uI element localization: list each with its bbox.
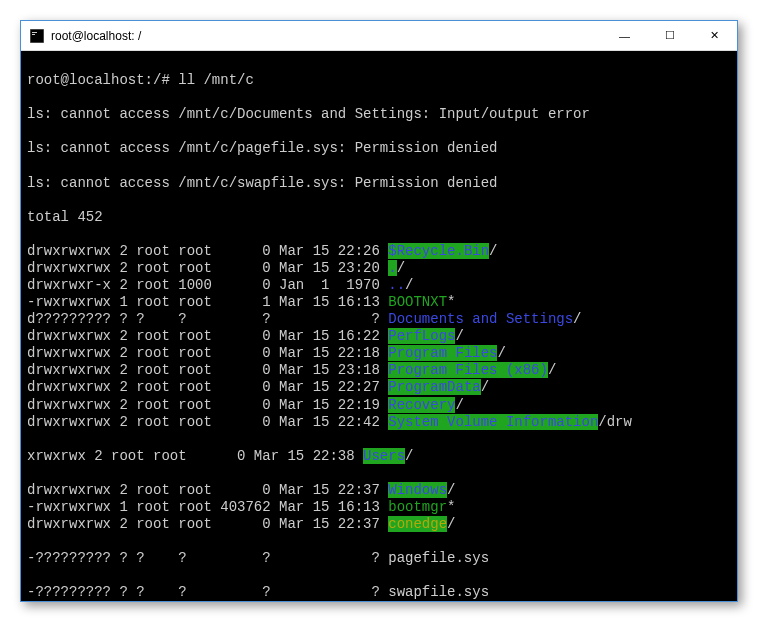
perms: drwxrwxr-x 2 root 1000 0 Jan 1 1970: [27, 277, 388, 293]
terminal-icon: [29, 28, 45, 44]
listing-row: -????????? ? ? ? ? ? pagefile.sys: [27, 550, 731, 567]
listing-row: drwxrwxrwx 2 root root 0 Mar 15 23:20 ./: [27, 260, 731, 277]
filename: System Volume Information: [388, 414, 598, 430]
perms: drwxrwxrwx 2 root root 0 Mar 15 23:18: [27, 362, 388, 378]
suffix: *: [447, 499, 455, 515]
filename: Program Files (x86): [388, 362, 548, 378]
suffix: /: [397, 260, 405, 276]
suffix: /: [481, 379, 489, 395]
error-line: ls: cannot access /mnt/c/Documents and S…: [27, 106, 731, 123]
perms: drwxrwxrwx 2 root root 0 Mar 15 22:37: [27, 516, 388, 532]
perms: drwxrwxrwx 2 root root 0 Mar 15 16:22: [27, 328, 388, 344]
command: ll /mnt/c: [178, 72, 254, 88]
filename: Program Files: [388, 345, 497, 361]
perms: drwxrwxrwx 2 root root 0 Mar 15 22:18: [27, 345, 388, 361]
error-line: ls: cannot access /mnt/c/pagefile.sys: P…: [27, 140, 731, 157]
perms: xrwxrwx 2 root root 0 Mar 15 22:38: [27, 448, 363, 464]
listing-row: drwxrwxrwx 2 root root 0 Mar 15 22:19 Re…: [27, 397, 731, 414]
svg-rect-1: [32, 32, 37, 33]
perms: drwxrwxrwx 2 root root 0 Mar 15 22:42: [27, 414, 388, 430]
wrap-tail: drw: [607, 414, 632, 430]
listing-row: drwxrwxrwx 2 root root 0 Mar 15 23:18 Pr…: [27, 362, 731, 379]
filename: conedge: [388, 516, 447, 532]
filename: ..: [388, 277, 405, 293]
titlebar[interactable]: root@localhost: / — ☐ ✕: [21, 21, 737, 51]
perms: drwxrwxrwx 2 root root 0 Mar 15 22:27: [27, 379, 388, 395]
prompt-line: root@localhost:/# ll /mnt/c: [27, 72, 731, 89]
suffix: /: [489, 243, 497, 259]
listing-row: d????????? ? ? ? ? ? Documents and Setti…: [27, 311, 731, 328]
listing-row: drwxrwxrwx 2 root root 0 Mar 15 22:37 co…: [27, 516, 731, 533]
svg-rect-0: [30, 29, 44, 43]
perms: d????????? ? ? ? ? ?: [27, 311, 388, 327]
filename: Windows: [388, 482, 447, 498]
filename: BOOTNXT: [388, 294, 447, 310]
window-title: root@localhost: /: [51, 29, 602, 43]
suffix: /: [447, 482, 455, 498]
perms: -rwxrwxrwx 1 root root 1 Mar 15 16:13: [27, 294, 388, 310]
window-controls: — ☐ ✕: [602, 21, 737, 50]
perms: drwxrwxrwx 2 root root 0 Mar 15 23:20: [27, 260, 388, 276]
listing-row: -rwxrwxrwx 1 root root 403762 Mar 15 16:…: [27, 499, 731, 516]
prompt: root@localhost:/#: [27, 72, 178, 88]
suffix: /: [455, 328, 463, 344]
filename: Users: [363, 448, 405, 464]
listing-row: -rwxrwxrwx 1 root root 1 Mar 15 16:13 BO…: [27, 294, 731, 311]
filename: ProgramData: [388, 379, 480, 395]
listing-row: drwxrwxrwx 2 root root 0 Mar 15 22:42 Sy…: [27, 414, 731, 431]
perms: drwxrwxrwx 2 root root 0 Mar 15 22:26: [27, 243, 388, 259]
listing-row: drwxrwxrwx 2 root root 0 Mar 15 22:37 Wi…: [27, 482, 731, 499]
perms: drwxrwxrwx 2 root root 0 Mar 15 22:19: [27, 397, 388, 413]
suffix: /: [573, 311, 581, 327]
listing-row: -????????? ? ? ? ? ? swapfile.sys: [27, 584, 731, 601]
filename: .: [388, 260, 396, 276]
suffix: /: [447, 516, 455, 532]
listing-row: drwxrwxrwx 2 root root 0 Mar 15 16:22 Pe…: [27, 328, 731, 345]
listing-row: drwxrwxrwx 2 root root 0 Mar 15 22:26 $R…: [27, 243, 731, 260]
minimize-button[interactable]: —: [602, 21, 647, 50]
listing-row-wrap: xrwxrwx 2 root root 0 Mar 15 22:38 Users…: [27, 448, 731, 465]
suffix: /: [598, 414, 606, 430]
suffix: /: [405, 277, 413, 293]
listing-row: drwxrwxrwx 2 root root 0 Mar 15 22:27 Pr…: [27, 379, 731, 396]
suffix: /: [405, 448, 413, 464]
error-line: ls: cannot access /mnt/c/swapfile.sys: P…: [27, 175, 731, 192]
filename: bootmgr: [388, 499, 447, 515]
filename: $Recycle.Bin: [388, 243, 489, 259]
terminal-window: root@localhost: / — ☐ ✕ root@localhost:/…: [20, 20, 738, 602]
suffix: *: [447, 294, 455, 310]
svg-rect-2: [32, 34, 35, 35]
listing-row: drwxrwxr-x 2 root 1000 0 Jan 1 1970 ../: [27, 277, 731, 294]
close-button[interactable]: ✕: [692, 21, 737, 50]
filename: Documents and Settings: [388, 311, 573, 327]
terminal-body[interactable]: root@localhost:/# ll /mnt/c ls: cannot a…: [21, 51, 737, 601]
perms: drwxrwxrwx 2 root root 0 Mar 15 22:37: [27, 482, 388, 498]
perms: -rwxrwxrwx 1 root root 403762 Mar 15 16:…: [27, 499, 388, 515]
listing-row: drwxrwxrwx 2 root root 0 Mar 15 22:18 Pr…: [27, 345, 731, 362]
total-line: total 452: [27, 209, 731, 226]
filename: Recovery: [388, 397, 455, 413]
maximize-button[interactable]: ☐: [647, 21, 692, 50]
suffix: /: [497, 345, 505, 361]
suffix: /: [548, 362, 556, 378]
filename: PerfLogs: [388, 328, 455, 344]
suffix: /: [455, 397, 463, 413]
